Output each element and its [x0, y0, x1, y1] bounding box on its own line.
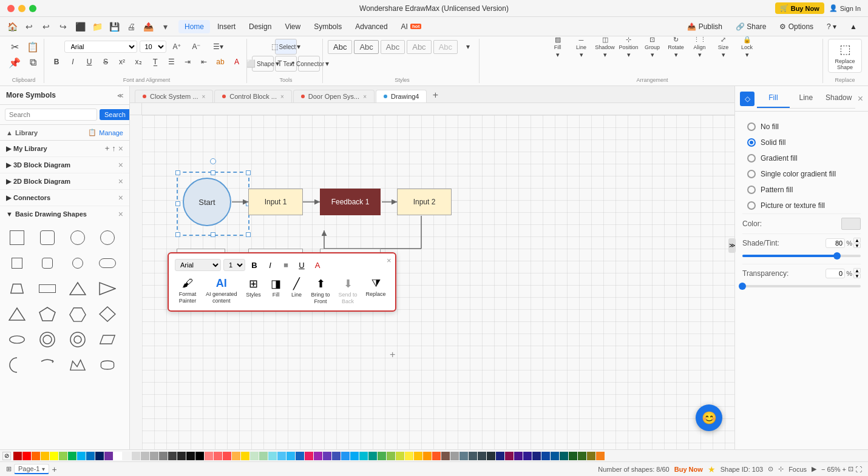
- shape-diamond[interactable]: [95, 302, 120, 326]
- shape-circle[interactable]: [66, 226, 90, 250]
- style-sample-3[interactable]: Abc: [381, 40, 405, 54]
- tab-clock-system[interactable]: Clock System ... ×: [135, 90, 213, 102]
- chat-bubble-btn[interactable]: 😊: [696, 404, 722, 431]
- shape-curved-rect[interactable]: [95, 353, 120, 377]
- open-icon[interactable]: 📁: [90, 19, 104, 34]
- color-swatch-795548[interactable]: [441, 452, 450, 460]
- minimize-button[interactable]: [18, 5, 25, 12]
- share-btn[interactable]: 🔗 Share: [730, 20, 772, 33]
- ft-line-btn[interactable]: ╱ Line: [288, 275, 306, 300]
- shape-triangle2[interactable]: [5, 302, 29, 326]
- shape-ellipse-ring[interactable]: [35, 327, 59, 352]
- align-btn[interactable]: ☰▾: [208, 39, 229, 55]
- color-swatch-ffd700[interactable]: [241, 452, 249, 460]
- canvas-wrapper[interactable]: Start Input 1: [142, 115, 734, 449]
- shape-tool-btn[interactable]: ⬜ Shape ▾: [252, 56, 274, 72]
- color-swatch-880e4f[interactable]: [505, 452, 514, 460]
- publish-btn[interactable]: 📤 Publish: [681, 20, 728, 33]
- color-swatch-006064[interactable]: [560, 452, 568, 460]
- save-icon[interactable]: 💾: [107, 19, 121, 34]
- shape-irregular[interactable]: [66, 353, 90, 377]
- color-swatch-c8e6c9[interactable]: [250, 452, 259, 460]
- transparency-down-btn[interactable]: ▼: [853, 273, 861, 278]
- color-swatch-f2f2f2[interactable]: [123, 452, 131, 460]
- menu-insert[interactable]: Insert: [211, 20, 242, 33]
- color-swatch-9e9e9e[interactable]: [450, 452, 459, 460]
- color-swatch-ff9800[interactable]: [423, 452, 432, 460]
- color-swatch-ff6666[interactable]: [214, 452, 222, 460]
- color-swatch-1b5e20[interactable]: [569, 452, 577, 460]
- color-swatch-8bc34a[interactable]: [387, 452, 395, 460]
- color-swatch-29b6f6[interactable]: [287, 452, 295, 460]
- indent-btn[interactable]: ⇥: [180, 55, 195, 69]
- input1-shape[interactable]: Input 1: [248, 189, 303, 215]
- color-swatch-4fc3f7[interactable]: [277, 452, 286, 460]
- color-swatch-ff6600[interactable]: [32, 452, 40, 460]
- redo-icon[interactable]: ↪: [56, 19, 70, 34]
- add-tab-btn[interactable]: +: [428, 88, 442, 102]
- fill-option-solid-fill[interactable]: Solid fill: [742, 135, 861, 150]
- shape-pentagon[interactable]: [35, 302, 59, 326]
- lock-btn[interactable]: 🔒 Lock ▾: [736, 39, 758, 56]
- shadow-btn[interactable]: ◫ Shadow ▾: [594, 39, 616, 56]
- buy-now-button[interactable]: 🛒 Buy Now: [775, 2, 824, 14]
- color-swatch-4a148c[interactable]: [514, 452, 523, 460]
- color-swatch-7030a0[interactable]: [104, 452, 113, 460]
- color-swatch-d9d9d9[interactable]: [132, 452, 140, 460]
- color-swatch-80deea[interactable]: [268, 452, 277, 460]
- tab-door-open[interactable]: Door Open Sys... ×: [293, 90, 375, 102]
- color-swatch-ffeb3b[interactable]: [405, 452, 413, 460]
- position-btn[interactable]: ⊹ Position ▾: [618, 39, 640, 56]
- clone-button[interactable]: ⧉: [24, 55, 41, 70]
- style-sample-5[interactable]: Abc: [433, 40, 458, 54]
- shape-stadium[interactable]: [95, 251, 120, 275]
- shape-crescent[interactable]: [5, 353, 29, 377]
- ft-font-color-btn[interactable]: A: [311, 258, 324, 272]
- tab-fill[interactable]: Fill: [757, 89, 790, 108]
- color-swatch-000000[interactable]: [195, 452, 204, 460]
- expand-library-icon[interactable]: ▲: [6, 129, 13, 136]
- color-swatch-262626[interactable]: [177, 452, 186, 460]
- shape-small-circ[interactable]: [66, 251, 90, 275]
- close-2d-btn[interactable]: ×: [118, 176, 123, 186]
- search-button[interactable]: Search: [100, 109, 130, 120]
- fullscreen-btn[interactable]: ⛶: [855, 466, 862, 473]
- page-layout-icon[interactable]: ⊞: [6, 465, 12, 473]
- menu-home[interactable]: Home: [178, 20, 210, 33]
- add-lib-icon[interactable]: +: [105, 144, 110, 153]
- close-tab-control[interactable]: ×: [280, 93, 284, 100]
- color-swatch-e91e63[interactable]: [305, 452, 313, 460]
- close-tab-clock[interactable]: ×: [202, 93, 205, 100]
- line-btn[interactable]: ─ Line ▾: [571, 39, 592, 56]
- color-swatch-455a64[interactable]: [469, 452, 477, 460]
- menu-view[interactable]: View: [279, 20, 307, 33]
- shape-hexagon[interactable]: [66, 302, 90, 326]
- eyedropper-icon[interactable]: ⊘: [2, 452, 11, 460]
- shade-input[interactable]: [826, 238, 845, 248]
- close-basic-btn[interactable]: ×: [118, 209, 123, 219]
- color-swatch-c00000[interactable]: [13, 452, 22, 460]
- color-swatch-1a237e[interactable]: [532, 452, 541, 460]
- select-zoom-icon[interactable]: ⊹: [778, 465, 784, 473]
- color-swatch-a6a6a6[interactable]: [150, 452, 158, 460]
- page-tab-active[interactable]: Page-1 ▾: [14, 464, 49, 474]
- shape-rect-wide[interactable]: [35, 277, 59, 301]
- fill-option-single-color-gradient[interactable]: Single color gradient fill: [742, 166, 861, 182]
- color-swatch-ffc107[interactable]: [414, 452, 422, 460]
- paste-button[interactable]: 📌: [6, 55, 23, 70]
- shape-parallelogram[interactable]: [95, 327, 120, 352]
- shape-small-rnd[interactable]: [35, 251, 59, 275]
- highlight-btn[interactable]: ab: [213, 55, 228, 69]
- style-sample-1[interactable]: Abc: [328, 40, 352, 54]
- ft-bold-btn[interactable]: B: [248, 258, 261, 272]
- zoom-in-btn[interactable]: +: [843, 466, 846, 473]
- color-swatch-bfbfbf[interactable]: [141, 452, 149, 460]
- shape-small-sq[interactable]: [5, 251, 29, 275]
- connectors-header[interactable]: ▶ Connectors ×: [0, 190, 129, 206]
- ft-font-select[interactable]: Arial: [175, 259, 221, 271]
- sign-in-button[interactable]: 👤 Sign In: [829, 4, 861, 12]
- search-input[interactable]: [5, 109, 97, 121]
- outdent-btn[interactable]: ⇤: [197, 55, 211, 69]
- menu-symbols[interactable]: Symbols: [308, 20, 348, 33]
- tab-line[interactable]: Line: [790, 89, 822, 108]
